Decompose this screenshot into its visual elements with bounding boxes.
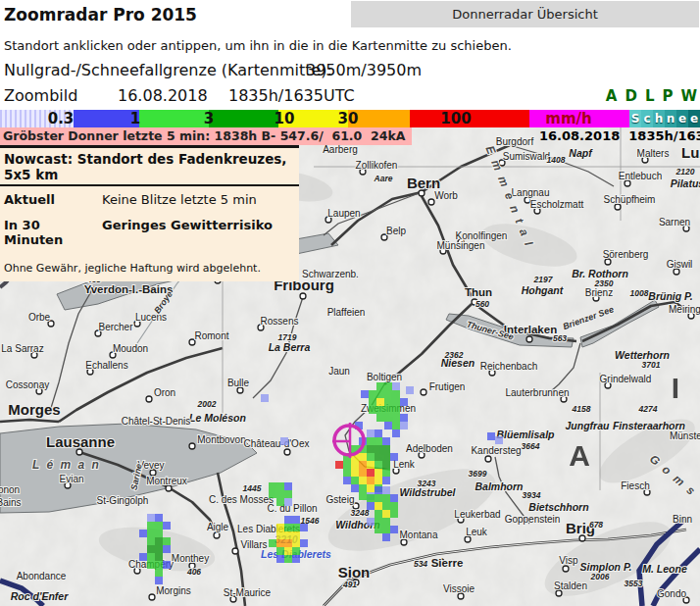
town-dot[interactable] [189,443,195,449]
map-label[interactable]: Echallens [85,360,127,371]
map-label[interactable]: Grindelwald [600,374,652,384]
map-label[interactable]: Luz [681,144,700,161]
map-label[interactable]: Jaun [328,366,350,377]
map-label[interactable]: Romont [194,330,228,341]
region-letter[interactable]: A [569,439,590,472]
map-label[interactable]: Lausanne [46,433,115,450]
map-label[interactable]: Bercher [98,322,133,332]
radar-map[interactable]: BurgdorfAarbergZollikofenAareBernWorbLau… [0,127,700,606]
map-label[interactable]: Monthey [172,553,209,564]
layer-toggle-w[interactable]: W [680,87,697,105]
layer-toggle-p[interactable]: P [662,87,673,105]
map-label[interactable]: Lucens [135,312,167,323]
map-label[interactable]: Moudon [113,343,148,354]
map-label[interactable]: C. des Mosses [209,494,274,505]
map-label[interactable]: La Berra [269,341,311,353]
layer-toggle-d[interactable]: D [625,87,636,105]
map-label[interactable]: Sumiswald [503,151,550,162]
map-label[interactable]: 4274 [638,404,658,414]
map-label[interactable]: Morgins [156,585,191,596]
town-dot[interactable] [284,449,290,455]
map-label[interactable]: Goppenstein [505,514,561,525]
map-label[interactable]: Giswil [667,259,693,270]
map-label[interactable]: Bains [0,497,22,508]
map-label[interactable]: 491 [342,580,357,589]
map-label[interactable]: Kandersteg [471,445,521,456]
overview-button[interactable]: Donnerradar Übersicht [351,1,699,27]
map-label[interactable]: 3934 [523,490,541,500]
map-label[interactable]: Bern [407,175,440,191]
map-label[interactable]: Aare [374,174,393,183]
map-label[interactable]: Evian [59,474,83,484]
map-label[interactable]: 3701 [642,360,661,370]
map-label[interactable]: Plaffeien [327,307,366,318]
map-label[interactable]: 534 [414,559,427,569]
map-label[interactable]: Gsteig [326,494,355,505]
map-label[interactable]: Worb [434,190,458,201]
map-label[interactable]: Lauterbrunnen [505,387,569,398]
town-dot[interactable] [563,566,569,572]
map-label[interactable]: L é m a n [32,458,101,472]
town-dot[interactable] [214,532,220,538]
map-label[interactable]: Frutigen [429,381,466,392]
map-label[interactable]: Reichenbach [480,361,537,372]
map-label[interactable]: Zollikofen [356,160,398,171]
town-dot[interactable] [526,336,532,342]
map-label[interactable]: Montreux [146,476,187,486]
map-label[interactable]: Rossens [261,316,299,327]
map-label[interactable]: Niesen [441,357,475,369]
town-dot[interactable] [146,396,152,402]
map-label[interactable]: Bulle [227,378,250,388]
map-label[interactable]: Cossonay [6,379,49,390]
map-label[interactable]: Balmhorn [475,480,523,492]
map-label[interactable]: 406 [186,567,201,577]
map-label[interactable]: 2197 [533,275,554,284]
map-label[interactable]: Château-d'Oex [244,438,310,449]
town-dot[interactable] [428,199,434,205]
map-label[interactable]: Wildstrubel [399,486,456,498]
map-label[interactable]: 4158 [572,404,591,414]
map-label[interactable]: 2002 [197,399,217,409]
map-label[interactable]: Orbe [28,312,51,323]
map-label[interactable]: Stalden [554,581,587,591]
map-label[interactable]: 2120 [675,167,695,177]
map-label[interactable]: Napf [569,147,593,159]
town-dot[interactable] [149,594,155,600]
map-label[interactable]: Vissoie [443,583,475,594]
map-label[interactable]: St-Maurice [224,587,272,598]
map-label[interactable]: 2006 [590,572,610,581]
map-label[interactable]: Brienz [585,287,613,298]
map-label[interactable]: 563 [553,333,567,343]
map-label[interactable]: Adelboden [406,443,453,454]
map-label[interactable]: Belp [386,226,406,236]
map-label[interactable]: Le Moléson [189,412,246,424]
map-label[interactable]: 3553 [625,579,643,588]
map-label[interactable]: Malters [637,148,670,159]
map-label[interactable]: 678 [589,520,603,530]
map-label[interactable]: Brünig P. [648,290,692,302]
map-label[interactable]: Leukerbad [454,509,500,520]
map-label[interactable]: Morges [8,401,60,418]
layer-toggle-l[interactable]: L [645,87,655,105]
map-label[interactable]: Sörenberg [603,249,649,260]
map-label[interactable]: Montbovon [197,434,245,445]
map-label[interactable]: Visp [559,555,578,566]
map-label[interactable]: Boltigen [367,372,402,382]
map-label[interactable]: Sion [338,564,371,581]
map-label[interactable]: 1008 [630,288,649,298]
map-label[interactable]: Montana [400,530,438,540]
map-label[interactable]: 1445 [243,483,262,493]
map-label[interactable]: M. Leone [642,563,687,575]
map-label[interactable]: Fiesch [621,480,649,491]
map-label[interactable]: Gondo [657,588,686,599]
map-label[interactable]: Abondance [17,571,67,581]
map-label[interactable]: 560 [475,299,489,309]
map-label[interactable]: Münster [670,430,700,441]
town-dot[interactable] [485,456,491,462]
map-label[interactable]: Meiringen [669,304,700,315]
layer-toggle-a[interactable]: A [606,87,618,105]
map-label[interactable]: Aigle [207,522,229,532]
map-label[interactable]: Hohgant [522,284,564,296]
map-label[interactable]: Blüemlisalp [497,429,556,440]
map-label[interactable]: onon [0,484,20,495]
